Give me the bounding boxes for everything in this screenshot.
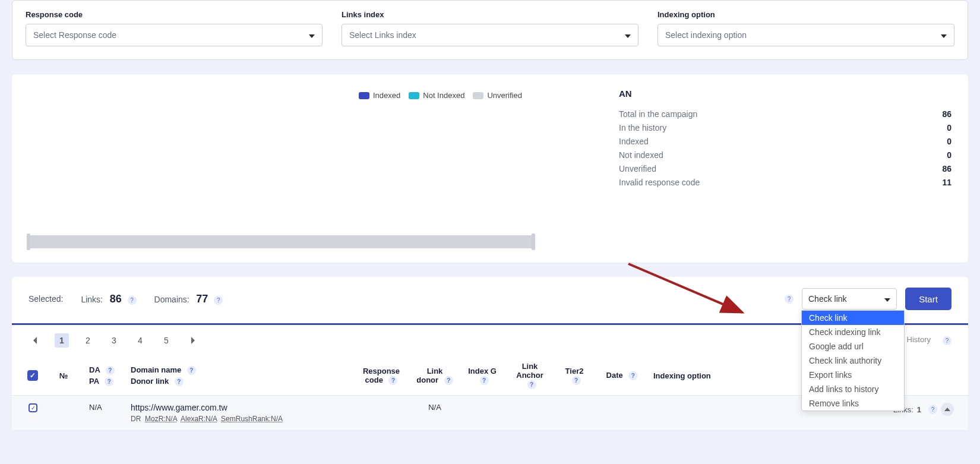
- legend-indexed: Indexed: [359, 91, 400, 100]
- stat-row: Not indexed0: [619, 150, 951, 160]
- action-controls: ? Check link Check linkCheck indexing li…: [781, 288, 951, 310]
- slider-handle-right[interactable]: [532, 233, 535, 250]
- action-selected-label: Check link: [808, 294, 847, 304]
- help-icon[interactable]: ?: [106, 366, 115, 375]
- col-domain: Domain name ? Donor link ?: [126, 356, 352, 396]
- caret-down-icon: [941, 30, 947, 40]
- help-icon[interactable]: ?: [527, 380, 536, 389]
- selection-summary: Selected: Links: 86 ? Domains: 77 ?: [29, 293, 223, 305]
- col-tier2: Tier2 ?: [554, 356, 595, 396]
- caret-down-icon: [625, 30, 631, 40]
- select-placeholder: Select indexing option: [665, 30, 747, 40]
- help-icon[interactable]: ?: [105, 377, 113, 386]
- page-next-button[interactable]: [185, 333, 200, 348]
- stat-row: In the history0: [619, 123, 951, 132]
- expand-row-button[interactable]: [941, 403, 954, 416]
- filter-label-indexing-option: Indexing option: [657, 10, 954, 19]
- caret-down-icon: [309, 30, 315, 40]
- domain-link[interactable]: https://www.gamer.com.tw: [131, 403, 347, 412]
- page-button[interactable]: 2: [81, 333, 95, 348]
- swatch-indexed: [359, 92, 369, 99]
- help-icon[interactable]: ?: [444, 376, 453, 385]
- cell-link-donor: N/A: [411, 396, 459, 431]
- swatch-unverified: [473, 92, 483, 99]
- swatch-not-indexed: [409, 92, 419, 99]
- select-response-code[interactable]: Select Response code: [26, 24, 323, 46]
- dropdown-item[interactable]: Check link authority: [802, 353, 904, 368]
- selection-toolbar: Selected: Links: 86 ? Domains: 77 ? ? Ch…: [12, 277, 968, 325]
- links-group: Links: 86 ?: [81, 293, 136, 305]
- help-icon[interactable]: ?: [128, 296, 137, 305]
- metrics-line: DR MozR:N/A AlexaR:N/A SemRushRank:N/A: [131, 415, 347, 423]
- help-icon[interactable]: ?: [572, 376, 581, 385]
- help-icon[interactable]: ?: [928, 405, 937, 414]
- cell-dapa: N/A: [84, 396, 126, 431]
- stats-panel: Indexed Not Indexed Unverified AN Total …: [12, 74, 968, 263]
- filters-panel: Response code Select Response code Links…: [12, 0, 968, 60]
- arrow-annotation: [624, 259, 754, 318]
- filter-indexing-option: Indexing option Select indexing option: [657, 10, 954, 46]
- stats-title: AN: [619, 89, 951, 99]
- dropdown-item[interactable]: Remove links: [802, 396, 904, 411]
- dropdown-item[interactable]: Check indexing link: [802, 325, 904, 339]
- domains-group: Domains: 77 ?: [154, 293, 223, 305]
- help-icon[interactable]: ?: [175, 377, 184, 386]
- help-icon[interactable]: ?: [187, 366, 196, 375]
- filter-links-index: Links index Select Links index: [342, 10, 638, 46]
- help-icon[interactable]: ?: [785, 295, 794, 304]
- links-count: 86: [110, 293, 122, 305]
- stats-summary: AN Total in the campaign86In the history…: [619, 89, 951, 248]
- filter-label-response-code: Response code: [26, 10, 323, 19]
- page-button[interactable]: 4: [133, 333, 147, 348]
- select-placeholder: Select Response code: [33, 30, 116, 40]
- select-all-checkbox[interactable]: ✓: [27, 370, 38, 381]
- chart-area: Indexed Not Indexed Unverified: [29, 89, 602, 248]
- caret-down-icon: [884, 294, 890, 304]
- domains-count: 77: [196, 293, 208, 305]
- stat-row: Total in the campaign86: [619, 109, 951, 119]
- dropdown-item[interactable]: Export links: [802, 368, 904, 382]
- selected-label: Selected:: [29, 294, 63, 304]
- slider-handle-left[interactable]: [27, 233, 30, 250]
- col-index-g: Index G ?: [459, 356, 506, 396]
- help-icon[interactable]: ?: [388, 376, 397, 385]
- select-indexing-option[interactable]: Select indexing option: [657, 24, 954, 46]
- select-placeholder: Select Links index: [349, 30, 416, 40]
- tab-history[interactable]: History: [907, 335, 931, 346]
- alexar-link[interactable]: AlexaR:N/A: [181, 415, 217, 423]
- mozr-link[interactable]: MozR:N/A: [145, 415, 177, 423]
- pagination: 12345: [29, 333, 200, 348]
- page-button[interactable]: 5: [159, 333, 173, 348]
- stat-row: Invalid response code11: [619, 178, 951, 187]
- stat-row: Unverified86: [619, 164, 951, 173]
- col-response: Response code ?: [352, 356, 411, 396]
- row-checkbox[interactable]: [29, 403, 37, 412]
- col-link-anchor: Link Anchor ?: [506, 356, 554, 396]
- col-link-donor: Link donor ?: [411, 356, 459, 396]
- table-panel: Selected: Links: 86 ? Domains: 77 ? ? Ch…: [12, 277, 968, 430]
- help-icon[interactable]: ?: [628, 371, 637, 380]
- chart-legend: Indexed Not Indexed Unverified: [359, 91, 602, 100]
- help-icon[interactable]: ?: [943, 336, 951, 345]
- cell-domain: https://www.gamer.com.tw DR MozR:N/A Ale…: [126, 396, 352, 431]
- page-button[interactable]: 1: [55, 333, 69, 348]
- legend-unverified: Unverified: [473, 91, 522, 100]
- page-button[interactable]: 3: [107, 333, 121, 348]
- legend-not-indexed: Not Indexed: [409, 91, 464, 100]
- chart-range-slider[interactable]: [29, 235, 533, 248]
- help-icon[interactable]: ?: [480, 376, 489, 385]
- col-number: №: [43, 356, 84, 396]
- semrush-link[interactable]: SemRushRank:N/A: [221, 415, 283, 423]
- dropdown-item[interactable]: Check link: [802, 311, 904, 325]
- help-icon[interactable]: ?: [214, 296, 223, 305]
- action-dropdown: Check linkCheck indexing linkGoogle add …: [801, 310, 905, 411]
- col-date: Date ?: [595, 356, 649, 396]
- dropdown-item[interactable]: Google add url: [802, 339, 904, 353]
- col-da-pa: DA ? PA ?: [84, 356, 126, 396]
- filter-response-code: Response code Select Response code: [26, 10, 323, 46]
- select-links-index[interactable]: Select Links index: [342, 24, 638, 46]
- action-select[interactable]: Check link Check linkCheck indexing link…: [802, 288, 897, 310]
- page-prev-button[interactable]: [29, 333, 43, 348]
- start-button[interactable]: Start: [905, 288, 951, 310]
- dropdown-item[interactable]: Add links to history: [802, 382, 904, 396]
